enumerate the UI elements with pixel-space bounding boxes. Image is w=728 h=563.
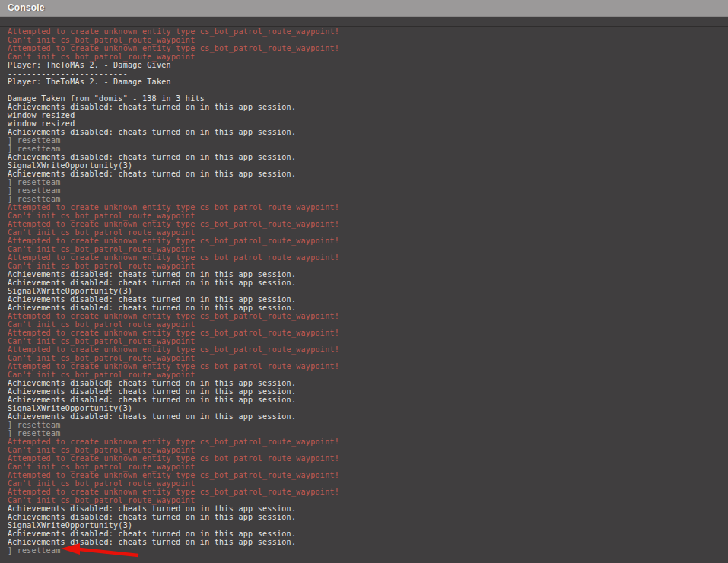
log-line: Achievements disabled: cheats turned on … — [8, 387, 728, 396]
log-line: Attempted to create unknown entity type … — [8, 203, 728, 212]
log-line: Attempted to create unknown entity type … — [8, 312, 728, 320]
log-line: Can't init cs_bot_patrol_route_waypoint — [8, 212, 728, 220]
log-line: Attempted to create unknown entity type … — [8, 44, 728, 52]
log-line: ------------------------- — [8, 69, 728, 78]
log-line: Achievements disabled: cheats turned on … — [8, 513, 728, 521]
console-titlebar[interactable]: Console — [0, 0, 728, 17]
log-line: Can't init cs_bot_patrol_route_waypoint — [8, 354, 728, 362]
log-line: Achievements disabled: cheats turned on … — [8, 538, 728, 546]
log-line: Achievements disabled: cheats turned on … — [8, 295, 728, 304]
log-line: Achievements disabled: cheats turned on … — [8, 103, 728, 111]
log-line: Attempted to create unknown entity type … — [8, 488, 728, 496]
log-line: SignalXWriteOpportunity(3) — [8, 521, 728, 530]
log-line: Can't init cs_bot_patrol_route_waypoint — [8, 337, 728, 345]
log-line: Achievements disabled: cheats turned on … — [8, 396, 728, 404]
log-line: Attempted to create unknown entity type … — [8, 220, 728, 228]
log-line: ] resetteam — [8, 136, 728, 145]
log-line: Achievements disabled: cheats turned on … — [8, 128, 728, 136]
log-line: SignalXWriteOpportunity(3) — [8, 161, 728, 170]
console-window: Console Attempted to create unknown enti… — [0, 0, 728, 563]
log-line: Can't init cs_bot_patrol_route_waypoint — [8, 262, 728, 270]
log-line: SignalXWriteOpportunity(3) — [8, 404, 728, 412]
log-line: Can't init cs_bot_patrol_route_waypoint — [8, 320, 728, 329]
log-line: Can't init cs_bot_patrol_route_waypoint — [8, 496, 728, 504]
log-line: Can't init cs_bot_patrol_route_waypoint — [8, 371, 728, 379]
log-line: ] resetteam — [8, 421, 728, 429]
log-line: Achievements disabled: cheats turned on … — [8, 270, 728, 278]
log-line: Attempted to create unknown entity type … — [8, 454, 728, 463]
log-line: Can't init cs_bot_patrol_route_waypoint — [8, 228, 728, 237]
log-line: Achievements disabled: cheats turned on … — [8, 170, 728, 178]
log-line: ] resetteam — [8, 546, 728, 555]
log-line: Achievements disabled: cheats turned on … — [8, 278, 728, 287]
log-line: Achievements disabled: cheats turned on … — [8, 379, 728, 387]
log-line: ] resetteam — [8, 178, 728, 186]
log-line: ------------------------- — [8, 86, 728, 94]
window-title: Console — [0, 0, 728, 13]
log-line: Attempted to create unknown entity type … — [8, 329, 728, 337]
log-line: Can't init cs_bot_patrol_route_waypoint — [8, 463, 728, 471]
log-line: Achievements disabled: cheats turned on … — [8, 412, 728, 421]
log-line: Attempted to create unknown entity type … — [8, 345, 728, 354]
log-line: window resized — [8, 111, 728, 119]
log-line: ] resetteam — [8, 145, 728, 153]
log-line: Achievements disabled: cheats turned on … — [8, 153, 728, 161]
log-line: Can't init cs_bot_patrol_route_waypoint — [8, 446, 728, 454]
log-line: Can't init cs_bot_patrol_route_waypoint — [8, 36, 728, 44]
log-line: Attempted to create unknown entity type … — [8, 471, 728, 479]
log-line: Player: TheToMAs 2. - Damage Given — [8, 61, 728, 69]
log-line: Damage Taken from "domis" - 138 in 3 hit… — [8, 94, 728, 103]
log-line: Player: TheToMAs 2. - Damage Taken — [8, 78, 728, 86]
log-line: Can't init cs_bot_patrol_route_waypoint — [8, 52, 728, 61]
log-line: Attempted to create unknown entity type … — [8, 437, 728, 446]
log-line: ] resetteam — [8, 186, 728, 195]
log-line: Attempted to create unknown entity type … — [8, 27, 728, 36]
log-line: ] resetteam — [8, 429, 728, 437]
log-line: Attempted to create unknown entity type … — [8, 253, 728, 262]
log-line: Achievements disabled: cheats turned on … — [8, 304, 728, 312]
log-line: Attempted to create unknown entity type … — [8, 237, 728, 245]
log-line: Can't init cs_bot_patrol_route_waypoint — [8, 479, 728, 488]
log-line: Achievements disabled: cheats turned on … — [8, 530, 728, 538]
log-line: Achievements disabled: cheats turned on … — [8, 504, 728, 513]
log-line: ] resetteam — [8, 195, 728, 203]
log-line: SignalXWriteOpportunity(3) — [8, 287, 728, 295]
log-line: Attempted to create unknown entity type … — [8, 362, 728, 371]
log-line: Can't init cs_bot_patrol_route_waypoint — [8, 245, 728, 253]
log-line: window resized — [8, 119, 728, 128]
console-log[interactable]: Attempted to create unknown entity type … — [0, 26, 728, 563]
